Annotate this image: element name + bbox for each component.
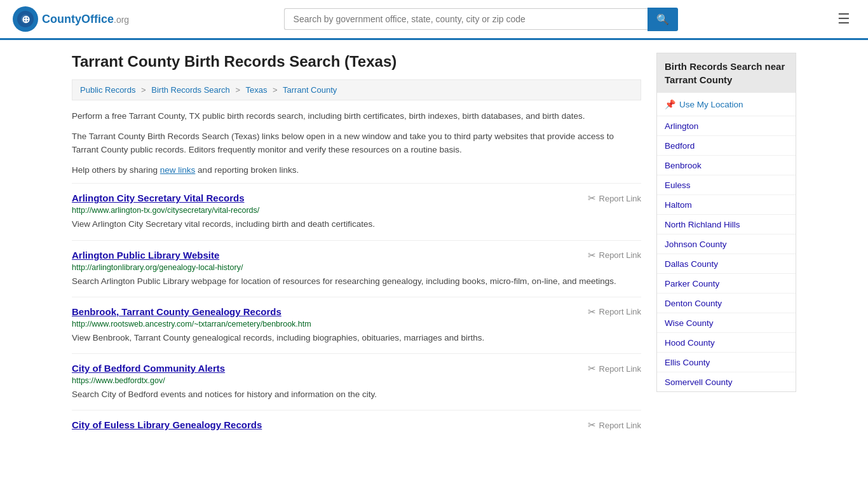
- logo-area[interactable]: ⊕ CountyOffice.org: [13, 6, 129, 32]
- report-link-4[interactable]: ✂ Report Link: [588, 419, 641, 431]
- breadcrumb-public-records[interactable]: Public Records: [80, 85, 135, 95]
- description-2: The Tarrant County Birth Records Search …: [72, 130, 641, 157]
- sidebar-box: Birth Records Search near Tarrant County…: [656, 53, 796, 392]
- new-links-link[interactable]: new links: [160, 165, 196, 175]
- sidebar-link-north-richland-hills: North Richland Hills: [657, 215, 796, 234]
- sidebar-link-bedford: Bedford: [657, 136, 796, 156]
- sidebar-link-denton-county: Denton County: [657, 294, 796, 313]
- sidebar-title: Birth Records Search near Tarrant County: [657, 53, 796, 93]
- result-title-0[interactable]: Arlington City Secretary Vital Records: [72, 193, 244, 203]
- result-item-4: City of Euless Library Genealogy Records…: [72, 410, 641, 440]
- result-url-1: http://arlingtonlibrary.org/genealogy-lo…: [72, 263, 641, 272]
- sidebar-link-euless: Euless: [657, 175, 796, 195]
- sidebar-link-denton-county-link[interactable]: Denton County: [665, 299, 722, 308]
- result-item-2: Benbrook, Tarrant County Genealogy Recor…: [72, 297, 641, 353]
- breadcrumb-sep-3: >: [273, 85, 278, 95]
- sidebar-link-hood-county: Hood County: [657, 333, 796, 353]
- sidebar-link-dallas-county-link[interactable]: Dallas County: [665, 259, 718, 269]
- report-link-2[interactable]: ✂ Report Link: [588, 306, 641, 318]
- breadcrumb-sep-2: >: [235, 85, 240, 95]
- sidebar-link-arlington-link[interactable]: Arlington: [665, 121, 698, 131]
- description-3: Help others by sharing new links and rep…: [72, 163, 641, 177]
- use-location-link[interactable]: Use My Location: [679, 100, 743, 109]
- result-item-0: Arlington City Secretary Vital Records ✂…: [72, 183, 641, 240]
- result-title-3[interactable]: City of Bedford Community Alerts: [72, 363, 225, 374]
- sidebar-link-benbrook-link[interactable]: Benbrook: [665, 161, 702, 170]
- sidebar-link-dallas-county: Dallas County: [657, 254, 796, 274]
- logo-text: CountyOffice.org: [42, 13, 129, 26]
- result-title-1[interactable]: Arlington Public Library Website: [72, 250, 219, 261]
- report-icon-1: ✂: [588, 250, 596, 261]
- result-item-1: Arlington Public Library Website ✂ Repor…: [72, 240, 641, 297]
- result-url-2: http://www.rootsweb.ancestry.com/~txtarr…: [72, 320, 641, 329]
- result-title-4[interactable]: City of Euless Library Genealogy Records: [72, 419, 262, 430]
- search-input[interactable]: [284, 8, 648, 30]
- pin-icon: 📌: [665, 99, 675, 109]
- sidebar-link-somervell-county-link[interactable]: Somervell County: [665, 377, 733, 387]
- breadcrumb: Public Records > Birth Records Search > …: [72, 79, 641, 100]
- description-1: Perform a free Tarrant County, TX public…: [72, 109, 641, 123]
- result-desc-1: Search Arlington Public Library webpage …: [72, 275, 641, 288]
- breadcrumb-sep-1: >: [141, 85, 146, 95]
- sidebar-link-ellis-county-link[interactable]: Ellis County: [665, 358, 710, 367]
- sidebar-link-haltom: Haltom: [657, 195, 796, 215]
- result-desc-3: Search City of Bedford events and notice…: [72, 388, 641, 401]
- report-link-3[interactable]: ✂ Report Link: [588, 363, 641, 374]
- sidebar-link-haltom-link[interactable]: Haltom: [665, 200, 692, 210]
- main-container: Tarrant County Birth Records Search (Tex…: [59, 40, 809, 452]
- result-item-3: City of Bedford Community Alerts ✂ Repor…: [72, 353, 641, 410]
- use-my-location[interactable]: 📌 Use My Location: [657, 93, 796, 116]
- content-area: Tarrant County Birth Records Search (Tex…: [72, 53, 641, 440]
- sidebar-link-parker-county: Parker County: [657, 274, 796, 294]
- breadcrumb-birth-records-search[interactable]: Birth Records Search: [151, 85, 230, 95]
- sidebar-link-hood-county-link[interactable]: Hood County: [665, 338, 715, 348]
- logo-icon: ⊕: [13, 6, 38, 32]
- sidebar-link-johnson-county-link[interactable]: Johnson County: [665, 240, 727, 249]
- sidebar-link-arlington: Arlington: [657, 116, 796, 136]
- result-url-0: http://www.arlington-tx.gov/citysecretar…: [72, 206, 641, 215]
- sidebar-link-benbrook: Benbrook: [657, 156, 796, 175]
- result-desc-0: View Arlington City Secretary vital reco…: [72, 218, 641, 231]
- breadcrumb-tarrant-county[interactable]: Tarrant County: [283, 85, 337, 95]
- sidebar-link-wise-county: Wise County: [657, 313, 796, 333]
- breadcrumb-texas[interactable]: Texas: [245, 85, 267, 95]
- search-button[interactable]: 🔍: [648, 8, 678, 31]
- menu-icon[interactable]: ☰: [832, 8, 855, 30]
- sidebar-link-euless-link[interactable]: Euless: [665, 180, 691, 190]
- search-icon: 🔍: [656, 14, 669, 25]
- sidebar-link-nrh-link[interactable]: North Richland Hills: [665, 220, 740, 229]
- sidebar-link-ellis-county: Ellis County: [657, 353, 796, 372]
- page-title: Tarrant County Birth Records Search (Tex…: [72, 53, 641, 71]
- sidebar-link-somervell-county: Somervell County: [657, 372, 796, 391]
- result-title-2[interactable]: Benbrook, Tarrant County Genealogy Recor…: [72, 306, 281, 317]
- sidebar-link-parker-county-link[interactable]: Parker County: [665, 279, 719, 288]
- sidebar-link-bedford-link[interactable]: Bedford: [665, 141, 695, 151]
- header: ⊕ CountyOffice.org 🔍 ☰: [0, 0, 868, 40]
- report-link-0[interactable]: ✂ Report Link: [588, 193, 641, 204]
- search-bar: 🔍: [284, 8, 678, 31]
- report-icon-3: ✂: [588, 363, 596, 374]
- sidebar: Birth Records Search near Tarrant County…: [656, 53, 796, 440]
- report-icon-4: ✂: [588, 419, 596, 431]
- sidebar-link-wise-county-link[interactable]: Wise County: [665, 318, 714, 328]
- svg-text:⊕: ⊕: [22, 14, 30, 25]
- report-link-1[interactable]: ✂ Report Link: [588, 250, 641, 261]
- report-icon-2: ✂: [588, 306, 596, 318]
- result-desc-2: View Benbrook, Tarrant County genealogic…: [72, 332, 641, 344]
- sidebar-link-johnson-county: Johnson County: [657, 234, 796, 254]
- result-url-3: https://www.bedfordtx.gov/: [72, 376, 641, 385]
- report-icon-0: ✂: [588, 193, 596, 204]
